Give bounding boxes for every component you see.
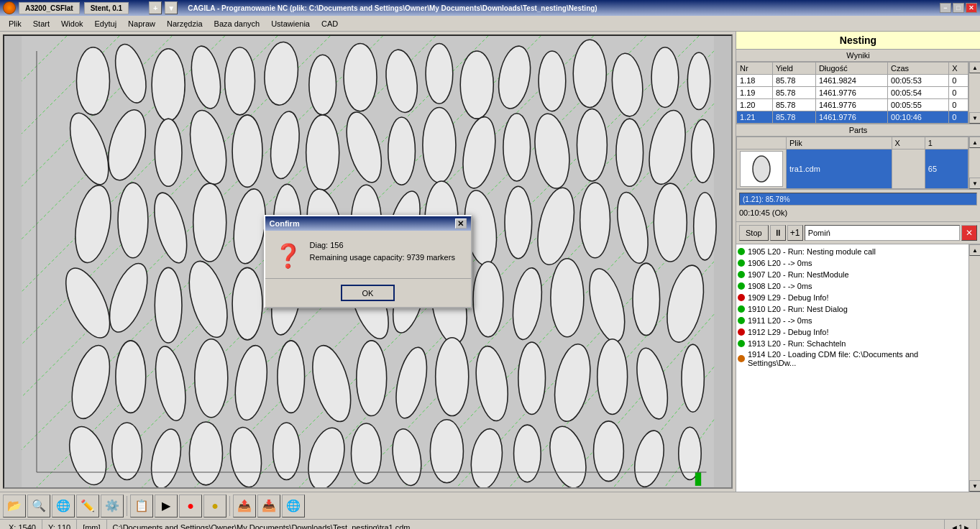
menu-widok[interactable]: Widok	[55, 18, 89, 29]
cell-x: 0	[949, 99, 968, 111]
menu-start[interactable]: Start	[27, 18, 55, 29]
tb-search-button[interactable]: 🔍	[27, 494, 50, 518]
log-text: 1914 L20 - Loading CDM file: C:\Document…	[748, 350, 967, 367]
log-scroll-down[interactable]: ▼	[969, 480, 980, 492]
titlebar-left: A3200_CSFlat Stent, 0.1 + ▼ CAGILA - Pro…	[3, 1, 597, 14]
menu-narzedzia[interactable]: Narzędzia	[161, 18, 209, 29]
tb-export-button[interactable]: 📤	[233, 494, 256, 518]
titlebar-right: − □ ✕	[940, 3, 977, 13]
tab-1[interactable]: A3200_CSFlat	[19, 2, 80, 14]
menu-bazadanych[interactable]: Baza danych	[209, 18, 266, 29]
close-button[interactable]: ✕	[966, 3, 977, 13]
close-ctrl-button[interactable]: ✕	[961, 225, 977, 241]
results-rows: 1.18 85.78 1461.9824 00:05:53 0 1.19 85.…	[737, 75, 968, 124]
step-button[interactable]: +1	[787, 225, 803, 241]
cell-x: 0	[949, 111, 968, 124]
result-row-3[interactable]: 1.21 85.78 1461.9776 00:10:46 0	[737, 111, 968, 124]
tb-red-button[interactable]: ●	[179, 494, 202, 518]
dialog-footer: OK	[265, 278, 471, 307]
dialog-overlay: Confirm ✕ ❓ Diag: 156 Remaining usage ca…	[4, 36, 731, 487]
nav-left-icon[interactable]: ◄	[951, 523, 958, 530]
tb-clipboard-button[interactable]: 📋	[130, 494, 153, 518]
thumbnail-svg	[742, 153, 782, 185]
tb-globe-button[interactable]: 🌐	[52, 494, 75, 518]
log-scroll-track	[969, 256, 980, 480]
log-entry: 1914 L20 - Loading CDM file: C:\Document…	[738, 349, 967, 368]
menu-plik[interactable]: Plik	[3, 18, 27, 29]
log-scrollbar[interactable]: ▲ ▼	[968, 244, 980, 492]
tb-separator-1	[127, 496, 127, 516]
result-row-1[interactable]: 1.19 85.78 1461.9776 00:05:54 0	[737, 87, 968, 99]
cell-nr: 1.20	[737, 99, 773, 111]
minimize-button[interactable]: −	[940, 3, 951, 13]
toolbar-icon-2[interactable]: +	[149, 1, 162, 14]
scroll-up-button[interactable]: ▲	[969, 62, 980, 73]
svg-point-125	[753, 156, 770, 182]
pause-button[interactable]: ⏸	[770, 225, 786, 241]
tb-yellow-button[interactable]: ●	[203, 494, 226, 518]
tb-play-button[interactable]: ▶	[155, 494, 178, 518]
result-row-2[interactable]: 1.20 85.78 1461.9776 00:05:55 0	[737, 99, 968, 111]
log-text: 1913 L20 - Run: Schachteln	[748, 339, 846, 348]
parts-scroll-down[interactable]: ▼	[969, 178, 980, 189]
parts-panel: Parts Plik X 1	[736, 124, 980, 189]
tb-settings-button[interactable]: ⚙️	[101, 494, 124, 518]
nav-right-icon[interactable]: ►	[963, 523, 971, 530]
maximize-button[interactable]: □	[953, 3, 964, 13]
log-entry: 1910 L20 - Run: Nest Dialog	[738, 303, 967, 315]
app-logo	[3, 1, 16, 14]
canvas-area[interactable]: Confirm ✕ ❓ Diag: 156 Remaining usage ca…	[3, 34, 733, 489]
cell-yield: 85.78	[772, 99, 815, 111]
results-scroll[interactable]: Nr Yield Długość Czas X 1.18 85.78 1461.…	[736, 62, 968, 124]
log-text: 1907 L20 - Run: NestModule	[748, 270, 849, 279]
results-scrollbar[interactable]: ▲ ▼	[968, 62, 980, 124]
status-path: C:\Documents and Settings\Owner\My Docum…	[107, 520, 945, 529]
status-x: X: 1540	[3, 520, 42, 529]
stop-button[interactable]: Stop	[739, 225, 769, 241]
parts-count: 65	[925, 150, 968, 189]
log-icon	[738, 355, 745, 362]
parts-title: Parts	[736, 124, 980, 137]
log-entry: 1912 L29 - Debug Info!	[738, 326, 967, 338]
parts-scrollbar[interactable]: ▲ ▼	[968, 137, 980, 189]
result-row-0[interactable]: 1.18 85.78 1461.9824 00:05:53 0	[737, 75, 968, 87]
parts-area: Plik X 1	[736, 137, 980, 189]
menu-edytuj[interactable]: Edytuj	[89, 18, 123, 29]
log-scroll-up[interactable]: ▲	[969, 244, 980, 256]
cell-dlugosc: 1461.9776	[815, 87, 887, 99]
parts-col-x: X	[892, 137, 925, 150]
menu-cad[interactable]: CAD	[316, 18, 344, 29]
tb-open-button[interactable]: 📂	[3, 494, 26, 518]
cell-yield: 85.78	[772, 111, 815, 124]
parts-scroll-up[interactable]: ▲	[969, 137, 980, 148]
parts-table: Plik X 1	[736, 137, 968, 189]
scroll-track	[969, 73, 980, 112]
tb-globe2-button[interactable]: 🌐	[282, 494, 305, 518]
parts-thumbnail-cell	[737, 150, 787, 189]
scroll-down-button[interactable]: ▼	[969, 112, 980, 124]
log-content[interactable]: 1905 L20 - Run: Nesting module call1906 …	[736, 244, 968, 492]
parts-x-col	[892, 150, 925, 189]
col-dlugosc: Długość	[815, 63, 887, 75]
tab-2[interactable]: Stent, 0.1	[84, 2, 129, 14]
log-text: 1912 L29 - Debug Info!	[748, 328, 829, 336]
tb-edit-button[interactable]: ✏️	[76, 494, 99, 518]
confirm-dialog: Confirm ✕ ❓ Diag: 156 Remaining usage ca…	[264, 215, 472, 308]
status-icons: ◄ 1 ►	[945, 520, 977, 529]
skip-label: Pomiń	[805, 225, 960, 241]
ok-button[interactable]: OK	[341, 285, 395, 301]
nesting-title: Nesting	[736, 32, 980, 50]
tb-import-button[interactable]: 📥	[257, 494, 280, 518]
toolbar-icon-3[interactable]: ▼	[165, 1, 178, 14]
cell-czas: 00:05:54	[888, 87, 949, 99]
menu-ustawienia[interactable]: Ustawienia	[265, 18, 316, 29]
menu-napraw[interactable]: Napraw	[122, 18, 161, 29]
dialog-close-button[interactable]: ✕	[455, 218, 467, 229]
dialog-body: ❓ Diag: 156 Remaining usage capacity: 97…	[265, 231, 471, 278]
wyniki-title: Wyniki	[736, 50, 980, 62]
tb-separator-2	[229, 496, 230, 516]
col-yield: Yield	[772, 63, 815, 75]
toolbar-icon-1[interactable]	[133, 1, 146, 14]
cell-czas: 00:10:46	[888, 111, 949, 124]
main-area: Confirm ✕ ❓ Diag: 156 Remaining usage ca…	[0, 32, 980, 492]
